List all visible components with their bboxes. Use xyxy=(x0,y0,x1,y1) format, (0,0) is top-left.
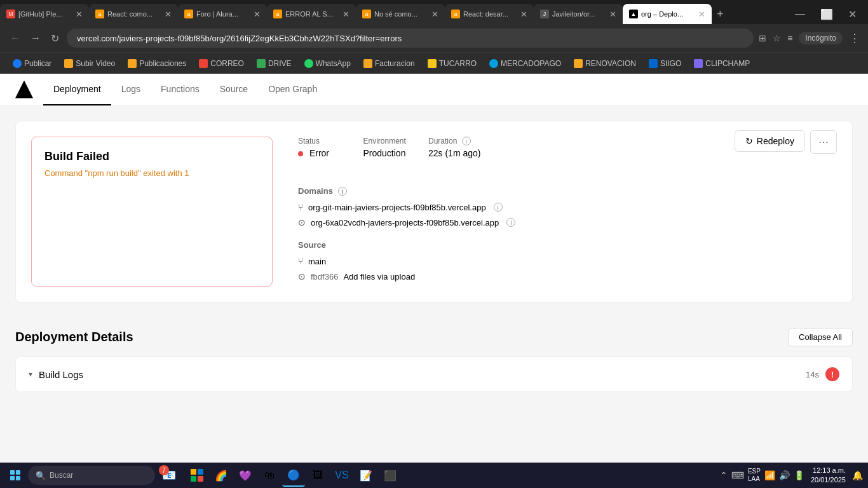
taskbar-app-chrome[interactable]: 🔵 xyxy=(282,464,305,487)
forward-button[interactable]: → xyxy=(28,30,43,46)
tab-close-nosecom[interactable]: ✕ xyxy=(431,10,438,19)
duration-value: 22s (1m ago) xyxy=(428,148,480,158)
maximize-button[interactable]: ⬜ xyxy=(817,7,837,22)
redeploy-button[interactable]: ↻ Redeploy xyxy=(735,130,805,152)
language-indicator[interactable]: ESPLAA xyxy=(748,468,761,483)
taskbar-app-teams[interactable]: 💜 xyxy=(234,464,257,487)
bookmark-favicon-renovacion xyxy=(574,59,583,68)
bookmark-favicon-facturacion xyxy=(363,59,372,68)
domain-url-1: org-git-main-javiers-projects-f09bf85b.v… xyxy=(308,203,486,212)
tab-close-javieleiton[interactable]: ✕ xyxy=(609,10,616,19)
source-section: Source ⑂ main ⊙ fbdf366 Add files via up… xyxy=(298,240,837,281)
tab-close-alura[interactable]: ✕ xyxy=(254,10,261,19)
more-options-button[interactable]: ⋯ xyxy=(810,130,837,154)
details-header: Deployment Details Collapse All xyxy=(15,328,853,346)
notification-center-icon[interactable]: 🔔 xyxy=(852,470,863,480)
battery-icon[interactable]: 🔋 xyxy=(794,470,804,480)
tab-close-vercel[interactable]: ✕ xyxy=(698,10,705,19)
taskbar-app-vscode[interactable]: VS xyxy=(330,464,353,487)
bookmark-subir-video[interactable]: Subir Video xyxy=(59,57,120,70)
minimize-button[interactable]: — xyxy=(791,7,809,21)
tab-favicon-gmail: M xyxy=(6,10,15,18)
bookmark-renovacion[interactable]: RENOVACION xyxy=(569,57,641,70)
bookmark-siigo[interactable]: SIIGO xyxy=(644,57,686,70)
tab-react-desar[interactable]: a React: desar... ✕ xyxy=(445,4,534,24)
tab-deployment[interactable]: Deployment xyxy=(43,74,111,105)
bookmark-label-drive: DRIVE xyxy=(268,59,292,68)
vercel-logo xyxy=(15,81,33,98)
bookmark-correo[interactable]: CORREO xyxy=(194,57,249,70)
tab-amazon1[interactable]: a React: como... ✕ xyxy=(89,4,178,24)
notification-badge: 7 xyxy=(159,465,169,475)
tab-close-error[interactable]: ✕ xyxy=(342,10,349,19)
star-icon[interactable]: ☆ xyxy=(773,33,781,43)
tab-close-amazon1[interactable]: ✕ xyxy=(165,10,172,19)
deployment-details: Deployment Details Collapse All ▾ Build … xyxy=(15,328,853,392)
bookmark-favicon-clipchamp xyxy=(694,59,703,68)
taskbar-datetime[interactable]: 12:13 a.m. 20/01/2025 xyxy=(811,466,846,485)
source-commit: fbdf366 xyxy=(311,272,338,281)
tab-gmail[interactable]: M [GitHub] Ple... ✕ xyxy=(0,4,89,24)
domains-info-icon[interactable]: i xyxy=(338,187,347,196)
accordion-header[interactable]: ▾ Build Logs 14s ! xyxy=(16,357,852,391)
tab-close-react-desar[interactable]: ✕ xyxy=(520,10,527,19)
tab-error[interactable]: a ERROR AL S... ✕ xyxy=(267,4,356,24)
commit-icon-source: ⊙ xyxy=(298,271,306,281)
bookmark-tucarro[interactable]: TUCARRO xyxy=(423,57,482,70)
close-button[interactable]: ✕ xyxy=(844,7,860,22)
address-input[interactable] xyxy=(67,29,754,48)
status-label: Status xyxy=(298,137,350,146)
collapse-all-button[interactable]: Collapse All xyxy=(788,328,853,346)
taskbar-app-explorer[interactable] xyxy=(186,464,208,487)
source-title: Source xyxy=(298,240,837,250)
keyboard-icon[interactable]: ⌨ xyxy=(731,470,744,480)
wifi-icon[interactable]: 📶 xyxy=(764,470,775,480)
domain-2-info-icon[interactable]: i xyxy=(506,218,515,227)
bookmark-label-tucarro: TUCARRO xyxy=(439,59,477,68)
taskbar-app-store[interactable]: 🛍 xyxy=(258,464,281,487)
tab-javieleiton[interactable]: J Javileiton/or... ✕ xyxy=(534,4,623,24)
chevron-up-icon[interactable]: ⌃ xyxy=(720,470,728,480)
bookmark-label-subir-video: Subir Video xyxy=(76,59,115,68)
taskbar-app-terminal[interactable]: ⬛ xyxy=(379,464,402,487)
taskbar-search[interactable]: 🔍 Buscar xyxy=(28,466,155,485)
translate-icon[interactable]: ⊞ xyxy=(759,33,766,43)
page-nav: Deployment Logs Functions Source Open Gr… xyxy=(0,74,868,105)
tab-source[interactable]: Source xyxy=(210,74,258,105)
taskbar-app-cortana[interactable]: 🌈 xyxy=(210,464,233,487)
bookmark-drive[interactable]: DRIVE xyxy=(252,57,297,70)
source-branch: main xyxy=(308,257,326,266)
bookmark-mercadopago[interactable]: MERCADOPAGO xyxy=(484,57,566,70)
tab-nosecom[interactable]: a No sé como... ✕ xyxy=(356,4,445,24)
tab-close-gmail[interactable]: ✕ xyxy=(76,10,83,19)
bookmark-publicaciones[interactable]: Publicaciones xyxy=(123,57,191,70)
tab-alura[interactable]: a Foro | Alura... ✕ xyxy=(178,4,267,24)
taskbar-app-photos[interactable]: 🖼 xyxy=(306,464,329,487)
taskbar-app-notepad[interactable]: 📝 xyxy=(355,464,377,487)
tab-functions[interactable]: Functions xyxy=(151,74,210,105)
tab-open-graph[interactable]: Open Graph xyxy=(258,74,327,105)
bookmark-publicar[interactable]: Publicar xyxy=(8,57,57,70)
tab-vercel-deploy[interactable]: ▲ org – Deplo... ✕ xyxy=(623,4,712,24)
start-button[interactable] xyxy=(5,465,25,485)
bookmark-favicon-tucarro xyxy=(428,59,437,68)
domain-1-info-icon[interactable]: i xyxy=(494,203,503,212)
bookmark-facturacion[interactable]: Facturacion xyxy=(358,57,420,70)
tab-favicon-vercel: ▲ xyxy=(629,10,638,18)
tab-logs[interactable]: Logs xyxy=(111,74,151,105)
bookmark-favicon-drive xyxy=(257,59,266,68)
new-tab-button[interactable]: + xyxy=(712,8,729,21)
back-button[interactable]: ← xyxy=(8,30,23,46)
tab-favicon-react-desar: a xyxy=(451,10,460,18)
speaker-icon[interactable]: 🔊 xyxy=(779,470,790,480)
accordion-chevron-icon: ▾ xyxy=(29,370,32,379)
incognito-button[interactable]: Incógnito xyxy=(799,32,843,44)
collection-icon[interactable]: ≡ xyxy=(787,33,792,43)
bookmark-clipchamp[interactable]: CLIPCHAMP xyxy=(689,57,755,70)
browser-menu-button[interactable]: ⋮ xyxy=(849,31,860,45)
reload-button[interactable]: ↻ xyxy=(48,30,62,47)
duration-info-icon[interactable]: i xyxy=(462,137,471,146)
svg-rect-1 xyxy=(198,469,203,475)
bookmark-whatsapp[interactable]: WhatsApp xyxy=(299,57,356,70)
tab-label-alura: Foro | Alura... xyxy=(196,10,250,18)
